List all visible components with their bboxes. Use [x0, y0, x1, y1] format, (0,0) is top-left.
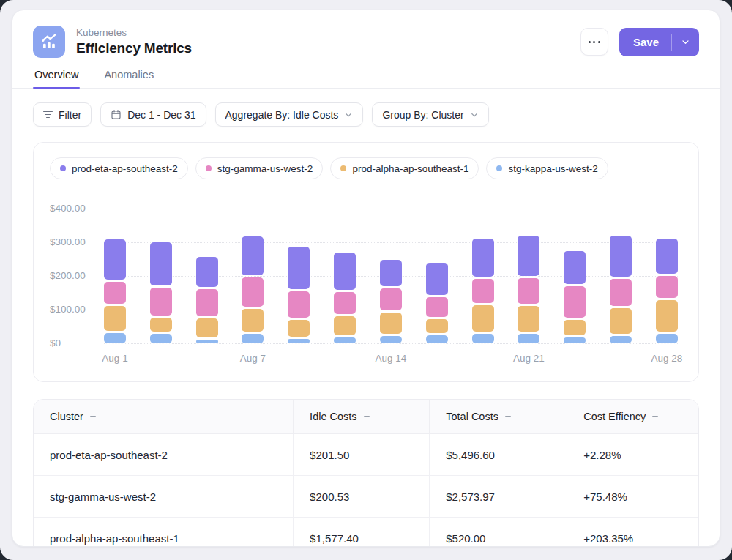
x-axis-tick-label: Aug 7 — [240, 353, 266, 364]
bar-segment-prod-alpha-ap-southeast-1[interactable] — [610, 308, 632, 334]
bar-segment-prod-eta-ap-southeast-2[interactable] — [334, 253, 356, 290]
save-button[interactable]: Save — [619, 28, 671, 56]
bar-segment-prod-eta-ap-southeast-2[interactable] — [518, 236, 539, 276]
bar-segment-stg-kappa-us-west-2[interactable] — [150, 334, 172, 343]
bar-segment-prod-eta-ap-southeast-2[interactable] — [196, 257, 218, 287]
date-range-button[interactable]: Dec 1 - Dec 31 — [100, 102, 206, 127]
bar-segment-prod-eta-ap-southeast-2[interactable] — [472, 239, 494, 277]
bar-column-13[interactable]: Aug 28 — [656, 239, 678, 343]
chart-card: prod-eta-ap-southeast-2stg-gamma-us-west… — [33, 142, 699, 382]
bar-segment-stg-kappa-us-west-2[interactable] — [104, 333, 126, 343]
bar-column-11[interactable] — [564, 251, 586, 343]
bar-segment-prod-eta-ap-southeast-2[interactable] — [104, 239, 126, 280]
bar-segment-stg-kappa-us-west-2[interactable] — [196, 340, 218, 343]
bar-column-3[interactable] — [196, 257, 218, 343]
y-axis-tick-label: $200.00 — [50, 270, 95, 281]
bar-column-4[interactable]: Aug 7 — [242, 236, 264, 343]
bar-segment-prod-alpha-ap-southeast-1[interactable] — [518, 306, 539, 332]
column-header-idle-costs[interactable]: Idle Costs — [293, 400, 429, 433]
bar-segment-prod-alpha-ap-southeast-1[interactable] — [426, 319, 448, 333]
bar-segment-stg-gamma-us-west-2[interactable] — [150, 288, 172, 316]
bar-segment-stg-gamma-us-west-2[interactable] — [380, 288, 402, 310]
aggregate-by-label: Aggregate By: Idle Costs — [225, 109, 339, 121]
page-header: Kubernetes Efficiency Metrics Save — [33, 26, 699, 58]
bar-column-7[interactable]: Aug 14 — [380, 260, 402, 343]
bar-segment-stg-gamma-us-west-2[interactable] — [288, 291, 310, 318]
bar-segment-prod-alpha-ap-southeast-1[interactable] — [288, 320, 310, 337]
legend-label: prod-alpha-ap-southeast-1 — [352, 163, 468, 174]
bar-segment-stg-kappa-us-west-2[interactable] — [656, 334, 678, 343]
bar-segment-stg-kappa-us-west-2[interactable] — [334, 337, 356, 343]
bar-segment-prod-eta-ap-southeast-2[interactable] — [150, 242, 172, 285]
legend-pill-prod-eta-ap-southeast-2[interactable]: prod-eta-ap-southeast-2 — [50, 157, 188, 179]
y-axis-tick-label: $300.00 — [50, 236, 95, 247]
bar-segment-prod-eta-ap-southeast-2[interactable] — [242, 236, 264, 276]
column-header-label: Cluster — [50, 411, 83, 422]
column-header-cluster[interactable]: Cluster — [34, 400, 293, 433]
bar-segment-stg-kappa-us-west-2[interactable] — [242, 334, 264, 343]
bar-column-1[interactable]: Aug 1 — [104, 239, 126, 343]
bar-segment-prod-alpha-ap-southeast-1[interactable] — [334, 316, 356, 335]
chevron-down-icon — [681, 37, 690, 47]
bar-segment-prod-alpha-ap-southeast-1[interactable] — [472, 305, 494, 332]
bar-segment-stg-gamma-us-west-2[interactable] — [610, 279, 632, 306]
bar-column-10[interactable]: Aug 21 — [518, 236, 539, 343]
bar-segment-stg-gamma-us-west-2[interactable] — [334, 292, 356, 315]
app-icon — [33, 26, 65, 58]
bar-column-8[interactable] — [426, 263, 448, 343]
bar-segment-stg-gamma-us-west-2[interactable] — [518, 278, 539, 304]
bar-segment-prod-alpha-ap-southeast-1[interactable] — [242, 309, 264, 332]
bar-segment-stg-gamma-us-west-2[interactable] — [564, 286, 586, 318]
bar-column-5[interactable] — [288, 247, 310, 343]
bar-segment-prod-alpha-ap-southeast-1[interactable] — [196, 318, 218, 337]
legend-pill-stg-gamma-us-west-2[interactable]: stg-gamma-us-west-2 — [195, 157, 324, 179]
bar-segment-prod-alpha-ap-southeast-1[interactable] — [380, 313, 402, 334]
bar-segment-stg-gamma-us-west-2[interactable] — [242, 277, 264, 307]
bar-segment-stg-kappa-us-west-2[interactable] — [288, 339, 310, 343]
bar-segment-prod-eta-ap-southeast-2[interactable] — [610, 236, 632, 277]
bar-segment-stg-kappa-us-west-2[interactable] — [610, 336, 632, 343]
sort-icon — [505, 414, 513, 420]
calendar-icon — [111, 109, 122, 120]
cell-value: $520.00 — [429, 518, 567, 547]
tab-anomalies[interactable]: Anomalies — [102, 69, 155, 88]
bar-segment-stg-kappa-us-west-2[interactable] — [426, 335, 448, 343]
legend-pill-stg-kappa-us-west-2[interactable]: stg-kappa-us-west-2 — [486, 157, 608, 179]
column-header-cost-effiency[interactable]: Cost Effiency — [567, 400, 698, 433]
bar-segment-stg-gamma-us-west-2[interactable] — [196, 289, 218, 316]
bar-column-2[interactable] — [150, 242, 172, 343]
bar-segment-stg-gamma-us-west-2[interactable] — [656, 276, 678, 298]
bar-segment-prod-eta-ap-southeast-2[interactable] — [426, 263, 448, 294]
table-row: prod-alpha-ap-southeast-1$1,577.40$520.0… — [34, 518, 698, 547]
save-dropdown-toggle[interactable] — [672, 28, 699, 56]
bar-segment-prod-alpha-ap-southeast-1[interactable] — [150, 318, 172, 332]
group-by-dropdown[interactable]: Group By: Cluster — [372, 102, 488, 127]
bar-segment-prod-eta-ap-southeast-2[interactable] — [656, 239, 678, 274]
bar-segment-prod-alpha-ap-southeast-1[interactable] — [656, 300, 678, 332]
bar-segment-stg-kappa-us-west-2[interactable] — [472, 334, 494, 343]
bar-segment-prod-alpha-ap-southeast-1[interactable] — [564, 320, 586, 335]
more-button[interactable] — [580, 28, 608, 56]
bar-segment-prod-eta-ap-southeast-2[interactable] — [380, 260, 402, 287]
bar-segment-stg-kappa-us-west-2[interactable] — [518, 334, 539, 343]
legend-dot-icon — [60, 165, 66, 171]
bar-segment-prod-eta-ap-southeast-2[interactable] — [564, 251, 586, 284]
tab-overview[interactable]: Overview — [33, 69, 80, 88]
aggregate-by-dropdown[interactable]: Aggregate By: Idle Costs — [215, 102, 364, 127]
bar-segment-stg-kappa-us-west-2[interactable] — [564, 337, 586, 343]
bar-segment-prod-alpha-ap-southeast-1[interactable] — [104, 306, 126, 331]
bar-segment-stg-gamma-us-west-2[interactable] — [104, 282, 126, 304]
bar-segment-stg-gamma-us-west-2[interactable] — [426, 297, 448, 317]
bar-column-6[interactable] — [334, 253, 356, 343]
legend-pill-prod-alpha-ap-southeast-1[interactable]: prod-alpha-ap-southeast-1 — [330, 157, 479, 179]
filter-button[interactable]: Filter — [33, 102, 92, 127]
cell-value: $1,577.40 — [293, 518, 429, 547]
column-header-total-costs[interactable]: Total Costs — [429, 400, 567, 433]
stacked-bar-chart: $400.00$300.00$200.00$100.00$0Aug 1Aug 7… — [50, 188, 682, 373]
bar-segment-stg-gamma-us-west-2[interactable] — [472, 279, 494, 303]
bar-column-12[interactable] — [610, 236, 632, 343]
bar-segment-stg-kappa-us-west-2[interactable] — [380, 336, 402, 343]
ellipsis-icon — [589, 41, 600, 43]
bar-segment-prod-eta-ap-southeast-2[interactable] — [288, 247, 310, 289]
bar-column-9[interactable] — [472, 239, 494, 343]
